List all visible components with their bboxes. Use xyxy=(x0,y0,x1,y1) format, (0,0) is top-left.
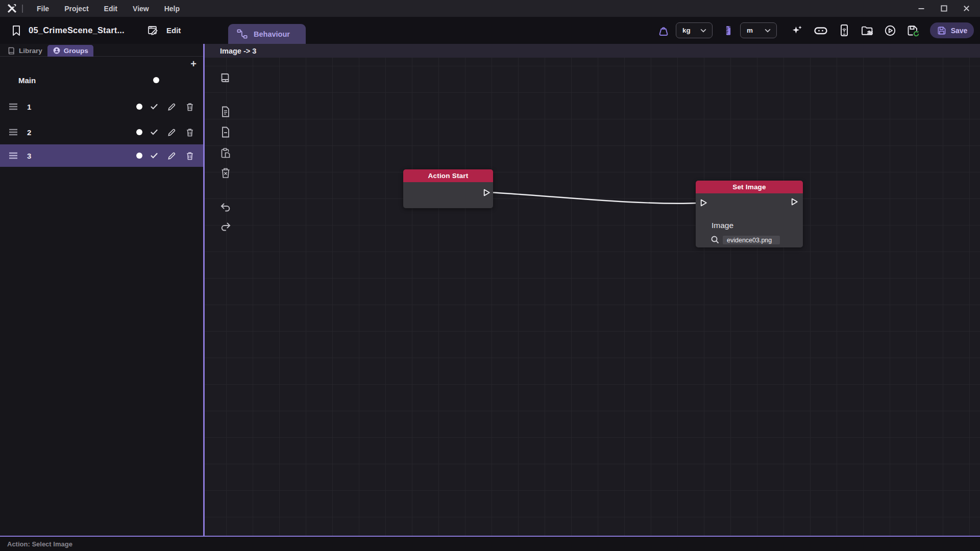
menu-help[interactable]: Help xyxy=(157,5,187,13)
pencil-icon[interactable] xyxy=(165,152,178,160)
file-text-icon[interactable] xyxy=(219,106,232,118)
menu-edit[interactable]: Edit xyxy=(96,5,125,13)
trash-icon[interactable] xyxy=(183,103,196,111)
tab-behaviour[interactable]: Behaviour xyxy=(228,24,306,44)
paste-icon[interactable] xyxy=(219,147,232,159)
check-icon[interactable] xyxy=(148,152,160,160)
mass-unit-select[interactable]: kg xyxy=(676,22,713,38)
library-icon xyxy=(7,46,16,55)
node-action-start[interactable]: Action Start xyxy=(403,169,493,208)
node-set-image[interactable]: Set Image Image evidence03.png xyxy=(696,181,803,247)
visibility-dot[interactable] xyxy=(136,129,142,135)
visibility-dot[interactable] xyxy=(136,153,142,159)
graph-canvas[interactable]: Image -> 3 xyxy=(205,44,980,536)
undo-icon[interactable] xyxy=(219,202,232,214)
check-icon[interactable] xyxy=(148,128,160,136)
tab-groups-label: Groups xyxy=(64,47,88,55)
pencil-icon[interactable] xyxy=(165,128,178,137)
visibility-dot[interactable] xyxy=(153,77,159,83)
save-button-label: Save xyxy=(951,27,968,35)
pencil-icon[interactable] xyxy=(165,103,178,111)
image-field-label: Image xyxy=(712,221,733,230)
mass-unit-value: kg xyxy=(682,27,691,34)
check-icon[interactable] xyxy=(148,103,160,111)
tab-library[interactable]: Library xyxy=(2,45,47,56)
folder-settings-icon[interactable] xyxy=(861,24,874,37)
node-title: Set Image xyxy=(732,183,766,191)
trash-icon[interactable] xyxy=(183,128,196,137)
trash-icon[interactable] xyxy=(183,152,196,160)
group-label: Main xyxy=(18,76,36,85)
canvas-header: Image -> 3 xyxy=(205,44,980,58)
tab-library-label: Library xyxy=(19,47,42,55)
bookmark-icon xyxy=(11,25,21,36)
group-label: 3 xyxy=(27,152,31,160)
trash-x-icon[interactable] xyxy=(219,167,232,179)
tab-behaviour-label: Behaviour xyxy=(254,30,290,38)
project-title: 05_CrimeScene_Start... xyxy=(29,26,125,35)
add-group-button[interactable]: + xyxy=(188,58,199,69)
app-window: File Project Edit View Help 05_CrimeScen… xyxy=(0,0,980,551)
drag-handle-icon[interactable] xyxy=(8,152,19,160)
canvas-left-border xyxy=(203,44,205,537)
close-icon[interactable] xyxy=(959,2,974,15)
edit-button[interactable]: Edit xyxy=(147,17,181,44)
length-unit-select[interactable]: m xyxy=(740,22,777,38)
group-row-main[interactable]: Main xyxy=(0,69,203,91)
tab-groups[interactable]: Groups xyxy=(47,45,93,57)
node-title: Action Start xyxy=(428,172,469,180)
canvas-breadcrumb: Image -> 3 xyxy=(220,47,256,55)
redo-icon[interactable] xyxy=(219,221,232,233)
sidebar: Library Groups + Main 1 xyxy=(0,44,203,536)
notebook-icon[interactable] xyxy=(219,72,232,84)
canvas-grid[interactable] xyxy=(205,58,980,536)
save-button[interactable]: Save xyxy=(930,22,974,38)
menu-view[interactable]: View xyxy=(125,5,157,13)
sidebar-tabs: Library Groups xyxy=(0,44,203,57)
file-minus-icon[interactable] xyxy=(219,126,232,138)
chevron-down-icon xyxy=(700,27,707,34)
save-sync-icon[interactable] xyxy=(906,24,920,37)
visibility-dot[interactable] xyxy=(136,104,142,110)
app-logo-icon xyxy=(7,4,17,13)
magnifier-icon[interactable] xyxy=(710,235,720,244)
ruler-icon xyxy=(723,24,734,37)
maximize-icon[interactable] xyxy=(936,2,951,15)
image-file-field[interactable]: evidence03.png xyxy=(723,236,780,244)
group-label: 1 xyxy=(27,103,31,111)
sparkles-icon[interactable] xyxy=(791,24,803,37)
drag-handle-icon[interactable] xyxy=(8,128,19,136)
group-row-2[interactable]: 2 xyxy=(0,121,203,143)
status-text: Action: Select Image xyxy=(7,540,72,548)
drag-handle-icon[interactable] xyxy=(8,103,19,111)
title-bar: 05_CrimeScene_Start... Edit Behaviour kg xyxy=(0,17,980,44)
edit-note-icon xyxy=(147,24,159,37)
menu-bar: File Project Edit View Help xyxy=(0,0,980,17)
save-floppy-icon xyxy=(937,26,947,36)
capsule-controller-icon[interactable] xyxy=(814,24,828,37)
menu-file[interactable]: File xyxy=(29,5,57,13)
output-port[interactable] xyxy=(482,188,491,197)
menu-separator xyxy=(22,5,23,13)
window-controls xyxy=(914,2,980,15)
behaviour-flow-icon xyxy=(236,28,248,40)
weight-icon xyxy=(657,24,670,37)
minimize-icon[interactable] xyxy=(914,2,929,15)
group-row-1[interactable]: 1 xyxy=(0,95,203,118)
status-bar: Action: Select Image xyxy=(0,537,980,551)
edit-button-label: Edit xyxy=(166,26,181,35)
menu-project[interactable]: Project xyxy=(57,5,96,13)
group-label: 2 xyxy=(27,128,31,137)
groups-icon xyxy=(53,46,61,55)
play-circle-icon[interactable] xyxy=(884,24,896,37)
group-row-3[interactable]: 3 xyxy=(0,144,203,167)
image-file-value: evidence03.png xyxy=(727,237,772,244)
phone-preview-icon[interactable] xyxy=(838,24,850,37)
chevron-down-icon xyxy=(764,27,771,34)
length-unit-value: m xyxy=(747,27,753,34)
input-port[interactable] xyxy=(699,198,708,207)
output-port[interactable] xyxy=(790,197,799,206)
